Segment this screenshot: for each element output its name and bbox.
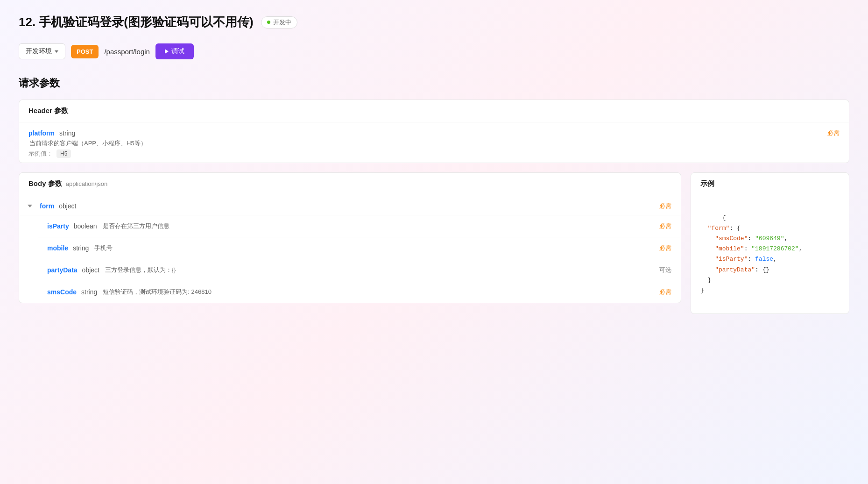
isparty-name: isParty: [47, 222, 69, 230]
form-left: form object: [28, 202, 76, 210]
endpoint-path: /passport/login: [104, 48, 150, 56]
smscode-desc: 短信验证码，测试环境验证码为: 246810: [103, 288, 212, 296]
body-params-header: Body 参数 application/json: [19, 173, 681, 195]
platform-required: 必需: [827, 129, 840, 137]
header-params-container: Header 参数 platform string 必需 当前请求的客户端（AP…: [19, 100, 849, 163]
smscode-row: smsCode string 短信验证码，测试环境验证码为: 246810 必需: [38, 281, 681, 303]
isparty-left: isParty boolean 是否存在第三方用户信息: [47, 222, 169, 230]
form-type: object: [59, 202, 76, 210]
example-panel: 示例 { "form": { "smsCode": "609649", "mob…: [691, 172, 849, 314]
header-params-title: Header 参数: [28, 107, 68, 115]
partydata-left: partyData object 三方登录信息，默认为：{}: [47, 266, 176, 274]
status-label: 开发中: [273, 18, 291, 27]
form-required: 必需: [659, 202, 671, 210]
body-params-container: Body 参数 application/json form object 必需 …: [19, 172, 681, 303]
form-object-row: form object 必需: [19, 195, 681, 215]
smscode-required: 必需: [659, 288, 671, 296]
mobile-row: mobile string 手机号 必需: [38, 237, 681, 259]
smscode-left: smsCode string 短信验证码，测试环境验证码为: 246810: [47, 288, 212, 296]
mobile-desc: 手机号: [94, 244, 113, 252]
platform-left: platform string: [28, 129, 75, 137]
body-section: Body 参数 application/json form object 必需 …: [19, 172, 849, 314]
collapse-arrow-icon[interactable]: [28, 205, 32, 207]
platform-desc: 当前请求的客户端（APP、小程序、H5等）: [29, 139, 840, 148]
status-dot: [267, 21, 270, 24]
test-button[interactable]: 调试: [155, 43, 194, 59]
example-panel-header: 示例: [691, 173, 849, 195]
partydata-top-row: partyData object 三方登录信息，默认为：{} 可选: [47, 266, 671, 274]
page-title: 12. 手机验证码登录(图形验证码可以不用传): [19, 14, 254, 30]
env-selector[interactable]: 开发环境: [19, 43, 65, 59]
example-code: { "form": { "smsCode": "609649", "mobile…: [691, 195, 849, 313]
header-param-platform: platform string 必需 当前请求的客户端（APP、小程序、H5等）…: [19, 122, 849, 163]
mobile-top-row: mobile string 手机号 必需: [47, 244, 671, 252]
nested-params: isParty boolean 是否存在第三方用户信息 必需 mobile st…: [38, 215, 681, 303]
platform-example-row: 示例值： H5: [28, 149, 840, 158]
test-button-label: 调试: [171, 47, 184, 56]
platform-name: platform: [28, 129, 55, 137]
status-badge: 开发中: [261, 16, 297, 28]
isparty-row: isParty boolean 是否存在第三方用户信息 必需: [38, 215, 681, 237]
partydata-type: object: [82, 266, 99, 274]
platform-top-row: platform string 必需: [28, 129, 840, 137]
partydata-desc: 三方登录信息，默认为：{}: [105, 266, 176, 274]
request-params-title: 请求参数: [19, 76, 849, 90]
smscode-type: string: [81, 288, 97, 296]
header-params-header: Header 参数: [19, 100, 849, 122]
mobile-left: mobile string 手机号: [47, 244, 113, 252]
body-params-title: Body 参数: [28, 179, 62, 188]
method-badge: POST: [71, 45, 99, 58]
partydata-optional: 可选: [659, 266, 671, 274]
platform-example-value: H5: [56, 149, 71, 158]
isparty-desc: 是否存在第三方用户信息: [103, 222, 169, 230]
content-type-label: application/json: [66, 180, 108, 187]
env-label: 开发环境: [26, 47, 52, 56]
form-name: form: [40, 202, 54, 210]
platform-type: string: [59, 129, 75, 137]
platform-example-label: 示例值：: [28, 149, 53, 158]
chevron-down-icon: [55, 50, 58, 53]
mobile-name: mobile: [47, 244, 68, 252]
partydata-row: partyData object 三方登录信息，默认为：{} 可选: [38, 259, 681, 281]
smscode-top-row: smsCode string 短信验证码，测试环境验证码为: 246810 必需: [47, 288, 671, 296]
partydata-name: partyData: [47, 266, 78, 274]
toolbar: 开发环境 POST /passport/login 调试: [19, 43, 849, 59]
page-title-container: 12. 手机验证码登录(图形验证码可以不用传) 开发中: [19, 14, 849, 30]
isparty-required: 必需: [659, 222, 671, 230]
smscode-name: smsCode: [47, 288, 77, 296]
play-icon: [165, 49, 169, 54]
mobile-required: 必需: [659, 244, 671, 252]
mobile-type: string: [73, 244, 89, 252]
isparty-top-row: isParty boolean 是否存在第三方用户信息 必需: [47, 222, 671, 230]
isparty-type: boolean: [74, 222, 97, 230]
